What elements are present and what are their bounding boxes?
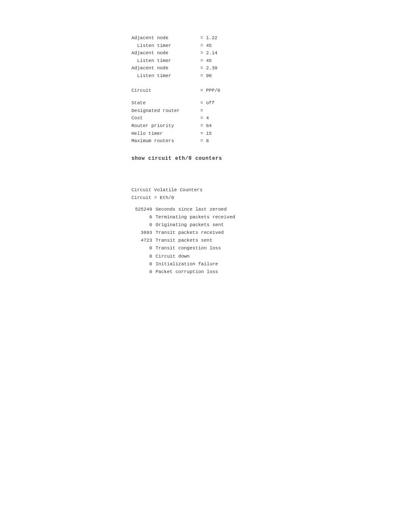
state-value: = off [200, 100, 215, 107]
adj-value-6: = 90 [200, 72, 212, 80]
adj-label-4: Listen timer [131, 57, 200, 65]
adj-label-2: Listen timer [131, 42, 200, 50]
counter-line-6: 0 Transit congestion loss [131, 244, 394, 252]
circuit-line: Circuit = PPP/0 [131, 87, 394, 95]
counter-line-1: 525249 Seconds since last zeroed [131, 205, 394, 213]
circuit-eth-line: Circuit = Eth/0 [131, 195, 394, 200]
counter-line-8: 0 Initialization failure [131, 260, 394, 268]
adj-label-6: Listen timer [131, 72, 200, 80]
counter-label-8: Initialization failure [156, 260, 218, 268]
counter-line-3: 0 Originating packets sent [131, 221, 394, 229]
counter-num-5: 4723 [131, 236, 156, 244]
counter-num-3: 0 [131, 221, 156, 229]
counter-label-7: Circuit down [156, 252, 190, 260]
section-command: show circuit eth/0 counters [131, 156, 394, 162]
cost-value: = 4 [200, 115, 209, 122]
page-container: Adjacent node = 1.22 Listen timer = 45 A… [0, 0, 411, 532]
counter-num-7: 0 [131, 252, 156, 260]
circuit-value: = PPP/0 [200, 87, 220, 95]
counter-label-3: Originating packets sent [156, 221, 224, 229]
designated-router-value: = [200, 107, 203, 115]
adj-label-1: Adjacent node [131, 34, 200, 42]
router-priority-value: = 64 [200, 122, 212, 130]
circuit-block: Circuit = PPP/0 [131, 87, 394, 95]
counter-line-4: 3693 Transit packets received [131, 229, 394, 236]
counters-block: 525249 Seconds since last zeroed 0 Termi… [131, 205, 394, 276]
cost-line: Cost = 4 [131, 115, 394, 122]
counter-label-6: Transit congestion loss [156, 244, 221, 252]
state-line: State = off [131, 100, 394, 107]
volatile-section: Circuit Volatile Counters Circuit = Eth/… [131, 187, 394, 276]
hello-timer-label: Hello timer [131, 130, 200, 138]
adjacent-node-block: Adjacent node = 1.22 Listen timer = 45 A… [131, 34, 394, 80]
counter-line-5: 4723 Transit packets sent [131, 236, 394, 244]
adj-label-5: Adjacent node [131, 65, 200, 72]
volatile-title: Circuit Volatile Counters [131, 187, 394, 193]
designated-router-line: Designated router = [131, 107, 394, 115]
cost-label: Cost [131, 115, 200, 122]
state-label: State [131, 100, 200, 107]
counter-num-9: 0 [131, 268, 156, 276]
adj-line-2: Listen timer = 45 [131, 42, 394, 50]
state-block: State = off Designated router = Cost = 4… [131, 100, 394, 145]
counter-line-7: 0 Circuit down [131, 252, 394, 260]
counter-num-8: 0 [131, 260, 156, 268]
hello-timer-value: = 15 [200, 130, 212, 138]
designated-router-label: Designated router [131, 107, 200, 115]
adj-value-3: = 2.14 [200, 50, 218, 57]
counter-num-4: 3693 [131, 229, 156, 236]
counter-label-4: Transit packets received [156, 229, 224, 236]
circuit-label: Circuit [131, 87, 200, 95]
adj-value-2: = 45 [200, 42, 212, 50]
adj-line-5: Adjacent node = 2.39 [131, 65, 394, 72]
counter-label-9: Packet corruption loss [156, 268, 218, 276]
counter-line-9: 0 Packet corruption loss [131, 268, 394, 276]
content-area: Adjacent node = 1.22 Listen timer = 45 A… [131, 34, 411, 276]
adj-line-4: Listen timer = 45 [131, 57, 394, 65]
counter-num-6: 0 [131, 244, 156, 252]
counter-num-2: 0 [131, 213, 156, 221]
counter-label-1: Seconds since last zeroed [156, 205, 227, 213]
adj-line-3: Adjacent node = 2.14 [131, 50, 394, 57]
adj-line-6: Listen timer = 90 [131, 72, 394, 80]
adj-label-3: Adjacent node [131, 50, 200, 57]
router-priority-line: Router priority = 64 [131, 122, 394, 130]
adj-value-4: = 45 [200, 57, 212, 65]
max-routers-value: = 8 [200, 137, 209, 145]
adj-value-5: = 2.39 [200, 65, 218, 72]
hello-timer-line: Hello timer = 15 [131, 130, 394, 138]
adj-line-1: Adjacent node = 1.22 [131, 34, 394, 42]
router-priority-label: Router priority [131, 122, 200, 130]
counter-line-2: 0 Terminating packets received [131, 213, 394, 221]
max-routers-line: Maximum routers = 8 [131, 137, 394, 145]
counter-label-2: Terminating packets received [156, 213, 235, 221]
counter-num-1: 525249 [131, 205, 156, 213]
max-routers-label: Maximum routers [131, 137, 200, 145]
adj-value-1: = 1.22 [200, 34, 218, 42]
counter-label-5: Transit packets sent [156, 236, 212, 244]
